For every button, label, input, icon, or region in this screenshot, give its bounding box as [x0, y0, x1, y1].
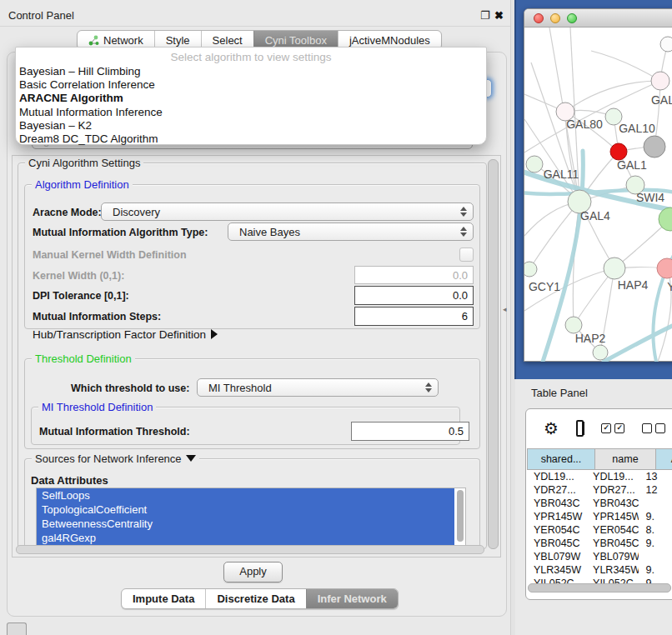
table-cell: YBL079W — [586, 550, 639, 563]
table-cell: YDR27... — [527, 483, 586, 497]
expander-arrow-icon — [211, 329, 218, 339]
splitter-arrow-icon[interactable]: ◂ — [503, 305, 507, 313]
mi-threshold-group-title: MI Threshold Definition — [38, 401, 156, 413]
table-cell: YBR043C — [586, 497, 639, 510]
tab-infer-network[interactable]: Infer Network — [306, 589, 398, 608]
dropdown-item[interactable]: ARACNE Algorithm — [18, 92, 484, 105]
tab-label: Style — [166, 34, 190, 47]
network-node-hap2[interactable] — [565, 317, 582, 333]
table-row[interactable]: YBR043CYBR043C — [527, 497, 672, 510]
table-row[interactable]: YLR345WYLR345W9. — [527, 563, 672, 577]
columns-icon[interactable] — [576, 420, 584, 437]
table-row[interactable]: YBL079WYBL079W — [527, 550, 672, 563]
column-header-A[interactable]: A — [656, 448, 672, 470]
zoom-traffic-light[interactable] — [567, 13, 577, 23]
hub-definition-expander[interactable]: Hub/Transcription Factor Definition — [33, 328, 218, 341]
settings-vertical-scrollbar[interactable] — [488, 159, 499, 549]
kernel-width-field[interactable]: 0.0 — [354, 266, 474, 284]
dropdown-item-list: Bayesian – Hill ClimbingBasic Correlatio… — [18, 65, 484, 146]
dropdown-item[interactable]: Mutual Information Inference — [18, 106, 484, 119]
tab-label: Select — [213, 34, 243, 47]
deselect-all-columns-icon[interactable] — [642, 423, 665, 433]
dpi-tolerance-field[interactable]: 0.0 — [354, 286, 474, 305]
network-canvas[interactable]: GALGAL80GAL10GAL1GAL11GAL4SWI4GCY1HAP4YH… — [524, 28, 672, 362]
network-node-gal11[interactable] — [526, 156, 543, 172]
table-cell: YLR345W — [586, 563, 639, 577]
dropdown-item[interactable]: Basic Correlation Inference — [18, 78, 484, 92]
attribute-list-item[interactable]: SelfLoops — [37, 488, 454, 502]
node-label: GAL4 — [580, 209, 610, 222]
algorithm-dropdown-popup: Select algorithm to view settings Bayesi… — [15, 47, 487, 145]
table-cell: YDL19... — [527, 470, 586, 483]
stepper-arrows-icon — [460, 227, 467, 237]
mi-type-combobox[interactable]: Naive Bayes — [228, 222, 474, 241]
network-window-titlebar[interactable] — [524, 9, 672, 28]
column-header-shared...[interactable]: shared... — [527, 448, 595, 470]
network-node-gal1[interactable] — [610, 143, 627, 160]
apply-button[interactable]: Apply — [223, 562, 283, 582]
network-node-swi4[interactable] — [659, 208, 672, 231]
mi-type-value: Naive Bayes — [239, 226, 300, 238]
dropdown-item[interactable]: Bayesian – Hill Climbing — [18, 65, 484, 78]
attribute-list-item[interactable]: TopologicalCoefficient — [37, 502, 454, 517]
table-cell: YER054C — [586, 523, 639, 537]
table-panel-title: Table Panel — [531, 387, 588, 399]
table-row[interactable]: YER054CYER054C8. — [527, 523, 672, 537]
network-node[interactable] — [660, 37, 672, 52]
table-cell: YDR27... — [586, 483, 639, 497]
table-body: YDL19...YDL19...13YDR27...YDR27...12YBR0… — [527, 470, 672, 590]
network-node[interactable] — [593, 345, 608, 360]
network-window[interactable]: GALGAL80GAL10GAL1GAL11GAL4SWI4GCY1HAP4YH… — [524, 8, 672, 362]
minimize-traffic-light[interactable] — [550, 13, 560, 23]
node-label: GAL80 — [566, 118, 603, 131]
table-row[interactable]: YDR27...YDR27...12 — [527, 483, 672, 497]
network-node-gal[interactable] — [651, 72, 669, 90]
mi-threshold-field[interactable]: 0.5 — [351, 422, 469, 441]
table-horizontal-scrollbar[interactable] — [528, 583, 671, 592]
tab-label: Network — [103, 34, 143, 47]
attributes-scrollbar[interactable] — [457, 490, 464, 542]
table-row[interactable]: YBR045CYBR045C9. — [527, 537, 672, 550]
collapsed-panel-button[interactable] — [7, 622, 27, 635]
aracne-mode-label: Aracne Mode: — [33, 207, 102, 218]
tab-label: Cyni Toolbox — [265, 34, 327, 47]
attribute-list-item[interactable]: gal4RGexp — [37, 531, 454, 545]
column-header-name[interactable]: name — [595, 448, 656, 470]
aracne-mode-combobox[interactable]: Discovery — [101, 202, 474, 221]
close-icon[interactable]: ✖ — [494, 9, 504, 22]
title-divider — [0, 26, 510, 27]
node-label: GAL10 — [619, 122, 655, 135]
network-node-gcy1[interactable] — [524, 262, 537, 277]
table-cell: 9. — [639, 510, 672, 523]
gear-icon[interactable]: ⚙ — [544, 420, 559, 437]
network-node[interactable] — [644, 136, 665, 158]
dpi-tolerance-label: DPI Tolerance [0,1]: — [33, 290, 129, 302]
node-label: GAL1 — [617, 158, 647, 172]
table-cell — [639, 497, 672, 510]
dropdown-item[interactable]: Bayesian – K2 — [18, 119, 484, 132]
which-threshold-label: Which threshold to use: — [71, 382, 189, 394]
select-all-columns-icon[interactable]: ✓✓ — [601, 423, 624, 433]
stepper-arrows-icon — [425, 382, 432, 392]
mi-threshold-label: Mutual Information Threshold: — [39, 426, 190, 438]
tab-impute-data[interactable]: Impute Data — [122, 589, 205, 608]
table-row[interactable]: YDL19...YDL19...13 — [527, 470, 672, 483]
table-cell: YBL079W — [527, 550, 586, 563]
dropdown-placeholder: Select algorithm to view settings — [16, 51, 486, 63]
dropdown-item[interactable]: Dream8 DC_TDC Algorithm — [18, 132, 484, 146]
table-toolbar: ⚙ ✓✓ — [525, 410, 672, 447]
manual-kernel-checkbox[interactable] — [459, 248, 474, 262]
attribute-list-item[interactable]: BetweennessCentrality — [37, 517, 454, 531]
tab-discretize-data[interactable]: Discretize Data — [205, 589, 305, 608]
which-threshold-combobox[interactable]: MI Threshold — [197, 378, 439, 397]
network-node-hap4[interactable] — [604, 258, 625, 279]
settings-horizontal-scrollbar[interactable] — [16, 545, 484, 554]
node-label: HAP2 — [575, 332, 606, 345]
float-window-icon[interactable]: ❐ — [480, 9, 490, 22]
close-traffic-light[interactable] — [534, 13, 544, 23]
bottom-tab-bar: Impute DataDiscretize DataInfer Network — [121, 588, 399, 609]
table-row[interactable]: YPR145WYPR145W9. — [527, 510, 672, 523]
network-node-y[interactable] — [657, 258, 672, 278]
mi-steps-field[interactable]: 6 — [354, 307, 474, 326]
table-cell — [639, 550, 672, 563]
